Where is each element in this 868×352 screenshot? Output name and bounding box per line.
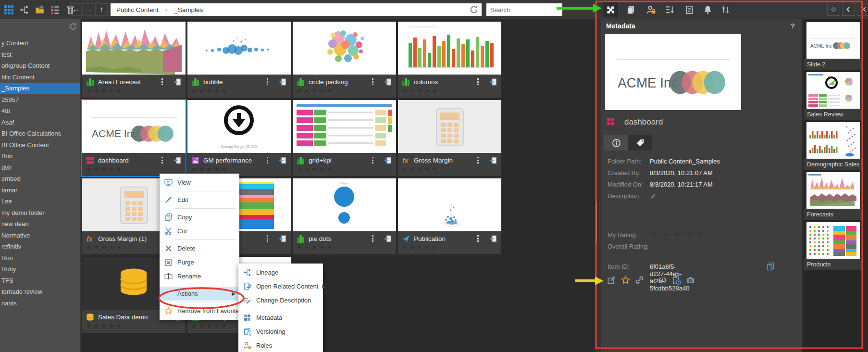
tab-info[interactable] <box>604 135 628 151</box>
tile-rating-stars[interactable]: ★★★★★ <box>86 322 182 329</box>
roles-panel-icon[interactable] <box>645 4 657 15</box>
menu-item-edit[interactable]: Edit <box>160 193 239 207</box>
collapse-left-icon[interactable] <box>842 3 855 16</box>
tile-menu-icon[interactable] <box>263 156 271 164</box>
breadcrumb-item-samples[interactable]: _Samples <box>171 6 206 13</box>
submenu-item-metadata[interactable]: Metadata <box>238 311 323 325</box>
content-list-icon[interactable] <box>50 5 60 14</box>
sidebar-item-4ttt[interactable]: 4ttt <box>0 105 80 117</box>
menu-item-cut[interactable]: Cut <box>160 224 239 238</box>
open-item-icon[interactable] <box>607 275 616 285</box>
sidebar-item-orkgroup-content[interactable]: orkgroup Content <box>0 60 80 72</box>
open-item-icon[interactable] <box>278 235 287 243</box>
tile-rating-stars[interactable]: ★★★★★ <box>86 87 182 94</box>
content-tile-publication[interactable]: Publication★★★★★ <box>398 178 501 254</box>
tile-menu-icon[interactable] <box>369 234 376 243</box>
apps-grid-icon[interactable] <box>4 5 13 14</box>
menu-item-remove-from-favorites[interactable]: Remove from Favorites <box>160 304 239 318</box>
my-rating-stars[interactable]: ★★★★★ <box>650 229 707 240</box>
open-item-icon[interactable] <box>173 156 182 164</box>
menu-item-delete[interactable]: Delete <box>160 241 239 255</box>
tile-menu-icon[interactable] <box>474 234 482 243</box>
content-tile-gm-performance[interactable]: Average Margin: 23.55%GM performance★★★★… <box>187 100 291 176</box>
new-folder-icon[interactable] <box>35 5 44 14</box>
copy-panel-icon[interactable] <box>625 4 636 15</box>
content-tile-dashboard[interactable]: ACME Incdashboard★★★★★ <box>82 100 186 176</box>
slide-thumb-demographic-sales[interactable]: Demographic Sales <box>804 122 863 170</box>
tab-tags[interactable] <box>628 135 652 151</box>
link-icon[interactable] <box>634 275 644 285</box>
sidebar-item-test[interactable]: test <box>0 49 80 61</box>
breadcrumb[interactable]: Public Content › _Samples <box>111 3 482 16</box>
open-item-icon[interactable] <box>383 78 392 86</box>
diamond-icon[interactable] <box>827 3 840 16</box>
reorder-panel-icon[interactable] <box>664 4 676 15</box>
open-item-icon[interactable] <box>383 235 392 243</box>
tile-rating-stars[interactable]: ★★★★★ <box>191 87 287 94</box>
close-icon[interactable] <box>857 3 868 16</box>
open-item-icon[interactable] <box>488 78 497 86</box>
tile-rating-stars[interactable]: ★★★★★ <box>402 244 497 251</box>
slide-thumbnail-image[interactable] <box>806 122 860 159</box>
menu-item-view[interactable]: View <box>160 176 239 189</box>
submenu-item-roles[interactable]: Roles <box>238 339 323 352</box>
slide-thumb-products[interactable]: Products <box>804 222 863 270</box>
content-tile-area-forecast[interactable]: Area+Forecast★★★★★ <box>82 22 186 98</box>
sidebar-item-bi-office-calculations[interactable]: BI Office Calculations <box>0 128 80 139</box>
content-tile-bubble[interactable]: bubble★★★★★ <box>187 22 291 98</box>
sidebar-item-bi-office-content[interactable]: BI Office Content <box>0 139 80 151</box>
slide-thumbnail-image[interactable] <box>806 222 860 259</box>
favorite-star-icon[interactable] <box>620 275 630 285</box>
sidebar-item-embed[interactable]: embed <box>0 173 80 185</box>
sidebar-item-ron[interactable]: Ron <box>0 252 80 264</box>
sidebar-item-tfs[interactable]: TFS <box>0 275 80 287</box>
tile-menu-icon[interactable] <box>369 156 376 164</box>
slide-thumbnail-image[interactable] <box>806 72 860 109</box>
breadcrumb-item-public-content[interactable]: Public Content <box>113 6 161 13</box>
sidebar-item-tornado-review[interactable]: tornado review <box>0 286 80 298</box>
sidebar-item-asaf[interactable]: Asaf <box>0 117 80 128</box>
sidebar-item-my-demo-folder[interactable]: my demo folder <box>0 207 80 219</box>
back-button[interactable]: ← <box>70 3 83 16</box>
open-item-icon[interactable] <box>278 78 287 86</box>
lineage-icon[interactable] <box>19 5 29 14</box>
tile-menu-icon[interactable] <box>263 77 271 86</box>
submenu-item-versioning[interactable]: Versioning <box>238 325 323 339</box>
tile-rating-stars[interactable]: ★★★★★ <box>402 87 497 94</box>
tile-menu-icon[interactable] <box>158 77 166 86</box>
report-tools-icon[interactable] <box>683 4 695 15</box>
sidebar-item-lee[interactable]: Lee <box>0 196 80 207</box>
sidebar-item-normative[interactable]: Normative <box>0 230 80 241</box>
tile-menu-icon[interactable] <box>263 234 271 243</box>
sidebar-item-dvir[interactable]: dvir <box>0 162 80 174</box>
slide-thumbnail-image[interactable] <box>806 172 860 209</box>
tile-menu-icon[interactable] <box>474 77 482 86</box>
link-caret-icon[interactable] <box>648 275 653 285</box>
content-tile-grid-kpi[interactable]: grid+kpi★★★★★ <box>293 100 396 176</box>
open-item-icon[interactable] <box>173 78 182 86</box>
tile-rating-stars[interactable]: ★★★★★ <box>297 244 392 251</box>
sidebar-item-nants[interactable]: nants <box>0 298 80 309</box>
open-item-icon[interactable] <box>383 156 392 164</box>
menu-item-actions[interactable]: Actions▶ <box>160 287 239 301</box>
content-tile-gross-margin[interactable]: fxGross Margin★★★★★ <box>398 100 501 176</box>
refresh-icon[interactable] <box>469 5 479 14</box>
sidebar-item-blic-content[interactable]: blic Content <box>0 72 80 83</box>
versioning-clock-icon[interactable] <box>671 275 681 285</box>
sidebar-item--samples[interactable]: _Samples <box>0 83 80 94</box>
content-tile-columns[interactable]: columns★★★★★ <box>398 22 501 98</box>
tile-rating-stars[interactable]: ★★★★★ <box>297 87 392 94</box>
search-input[interactable] <box>486 6 579 13</box>
tile-menu-icon[interactable] <box>158 156 166 164</box>
metadata-panel-icon[interactable] <box>603 2 618 17</box>
panel-splitter[interactable] <box>595 19 601 352</box>
slide-thumb-forecasts[interactable]: Forecasts <box>804 172 863 220</box>
open-item-icon[interactable] <box>488 235 497 243</box>
tile-rating-stars[interactable]: ★★★★★ <box>402 165 497 173</box>
sidebar-item-new-dean[interactable]: new dean <box>0 218 80 230</box>
embed-code-icon[interactable] <box>657 275 667 285</box>
tile-rating-stars[interactable]: ★★★★★ <box>86 165 182 173</box>
slide-thumb-slide-2[interactable]: ACME IncSlide 2 <box>804 22 863 70</box>
sidebar-item-bob[interactable]: Bob <box>0 151 80 162</box>
slide-thumbnail-image[interactable]: ACME Inc <box>806 22 860 59</box>
